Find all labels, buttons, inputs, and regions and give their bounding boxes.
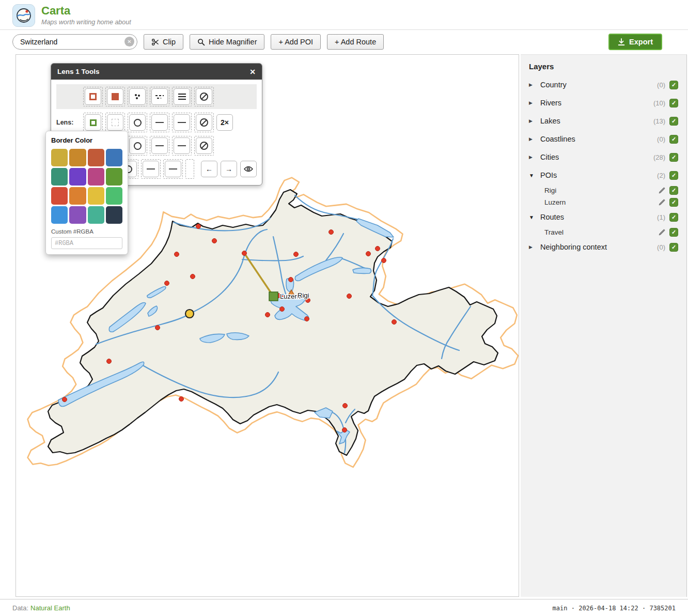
layer-count: (0) — [657, 135, 665, 143]
color-swatch[interactable] — [51, 168, 68, 186]
lens-line1-button[interactable] — [151, 114, 168, 131]
caret-right-icon[interactable]: ▶ — [529, 118, 540, 124]
lens-fill-button[interactable] — [107, 114, 123, 131]
circle-icon — [134, 142, 142, 150]
color-swatch[interactable] — [69, 168, 86, 186]
poi-checkbox[interactable]: ✓ — [669, 186, 678, 195]
line-style2-button[interactable] — [165, 161, 181, 177]
layer-checkbox[interactable]: ✓ — [669, 243, 678, 252]
lens-tools-header[interactable]: Lens 1 Tools ✕ — [51, 64, 262, 80]
color-swatch[interactable] — [51, 206, 68, 224]
layer-row-routes: ▼ Routes (1)✓ — [529, 211, 678, 223]
color-swatch[interactable] — [51, 187, 68, 205]
layer-checkbox[interactable]: ✓ — [669, 81, 678, 89]
layer-count: (10) — [653, 99, 665, 107]
color-swatch[interactable] — [69, 149, 86, 166]
palette-slot — [83, 87, 103, 106]
search-input[interactable] — [12, 34, 137, 50]
color-swatch[interactable] — [88, 149, 104, 166]
line-icon — [155, 122, 164, 124]
clip-button[interactable]: Clip — [144, 34, 183, 50]
toolbar: ✕ Clip Hide Magnifier + Add POI + Add Ro… — [0, 30, 688, 54]
layer-checkbox[interactable]: ✓ — [669, 153, 678, 162]
panel-line2-button[interactable] — [174, 137, 190, 154]
prev-lens-button[interactable]: ← — [201, 161, 217, 177]
poi-checkbox[interactable]: ✓ — [669, 198, 678, 207]
lens-none-button[interactable] — [196, 114, 212, 131]
color-swatch[interactable] — [106, 187, 122, 205]
color-swatch[interactable] — [69, 187, 86, 205]
circle-icon — [134, 119, 142, 127]
clear-search-button[interactable]: ✕ — [124, 37, 134, 47]
lens-tools-title: Lens 1 Tools — [57, 68, 100, 75]
add-route-button[interactable]: + Add Route — [327, 34, 384, 50]
square-fill-red-button[interactable] — [107, 88, 123, 105]
data-source-link[interactable]: Natural Earth — [30, 604, 70, 612]
dots-style-button[interactable] — [129, 88, 146, 105]
map-canvas[interactable]: Luzern Rigi Lens 1 Tools ✕ — [15, 54, 519, 597]
panel-none-button[interactable] — [196, 137, 212, 154]
lens-nav-group: ← → — [201, 161, 257, 177]
panel-shape-button[interactable] — [129, 137, 146, 154]
app-logo — [12, 4, 35, 27]
caret-right-icon[interactable]: ▶ — [529, 244, 540, 250]
color-swatch[interactable] — [106, 168, 122, 186]
line-icon — [155, 145, 164, 147]
caret-right-icon[interactable]: ▶ — [529, 155, 540, 160]
lens-slot — [150, 113, 169, 132]
poi-marker-luzern[interactable] — [269, 292, 278, 301]
caret-down-icon[interactable]: ▼ — [529, 214, 540, 220]
lens-shape-button[interactable] — [129, 114, 146, 131]
capital-marker[interactable] — [185, 310, 194, 318]
caret-right-icon[interactable]: ▶ — [529, 136, 540, 142]
color-swatch[interactable] — [106, 206, 122, 224]
none-style-button[interactable] — [196, 88, 212, 105]
export-button[interactable]: Export — [608, 34, 662, 50]
square-fill-red-icon — [112, 93, 119, 100]
custom-rgba-input[interactable] — [51, 237, 122, 249]
dashed-line-icon — [155, 94, 164, 100]
visibility-button[interactable] — [240, 161, 257, 177]
layer-row-cities: ▶ Cities (28)✓ — [529, 151, 678, 163]
hide-magnifier-button[interactable]: Hide Magnifier — [190, 34, 265, 50]
add-poi-button[interactable]: + Add POI — [271, 34, 321, 50]
edit-poi-button[interactable] — [659, 187, 665, 194]
lens-border-button[interactable] — [85, 114, 101, 131]
color-swatch[interactable] — [88, 206, 104, 224]
layer-label: Cities — [540, 153, 559, 161]
lens-row-label: Lens: — [56, 119, 81, 126]
layer-checkbox[interactable]: ✓ — [669, 135, 678, 144]
layer-checkbox[interactable]: ✓ — [669, 213, 678, 222]
layer-checkbox[interactable]: ✓ — [669, 171, 678, 180]
layer-checkbox[interactable]: ✓ — [669, 117, 678, 126]
solid-lines-style-button[interactable] — [174, 88, 190, 105]
close-icon[interactable]: ✕ — [249, 68, 256, 76]
lens-line2-button[interactable] — [174, 114, 190, 131]
lens-slot — [83, 113, 103, 132]
layer-checkbox[interactable]: ✓ — [669, 99, 678, 107]
custom-rgba-label: Custom #RGBA — [51, 228, 122, 235]
edit-poi-button[interactable] — [659, 199, 665, 206]
panel-line1-button[interactable] — [151, 137, 168, 154]
palette-slot — [105, 87, 125, 106]
color-swatch[interactable] — [88, 187, 104, 205]
edit-route-button[interactable] — [659, 229, 665, 236]
caret-right-icon[interactable]: ▶ — [529, 100, 540, 105]
next-lens-button[interactable]: → — [221, 161, 237, 177]
palette-slot — [172, 87, 192, 106]
color-swatch[interactable] — [69, 206, 86, 224]
color-swatch[interactable] — [106, 149, 122, 166]
color-swatch[interactable] — [51, 149, 68, 166]
caret-down-icon[interactable]: ▼ — [529, 173, 540, 178]
line-slot — [141, 159, 161, 179]
dashed-square-icon — [112, 119, 119, 126]
caret-right-icon[interactable]: ▶ — [529, 82, 540, 87]
layer-label: Lakes — [540, 117, 560, 125]
dashed-line-style-button[interactable] — [151, 88, 168, 105]
line-style1-button[interactable] — [143, 161, 159, 177]
color-swatch[interactable] — [88, 168, 104, 186]
square-outline-red-button[interactable] — [85, 88, 101, 105]
route-checkbox[interactable]: ✓ — [669, 228, 678, 237]
zoom-factor-button[interactable]: 2× — [216, 114, 233, 131]
layer-row-coastlines: ▶ Coastlines (0)✓ — [529, 133, 678, 145]
